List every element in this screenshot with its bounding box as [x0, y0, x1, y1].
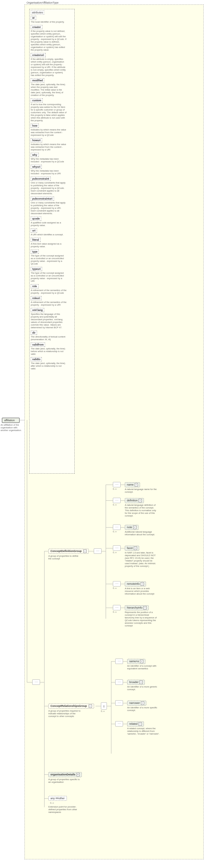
attr-name: typeuri	[31, 267, 42, 271]
attribute-creatoruri: creatoruriIf the attribute is empty, spe…	[31, 53, 73, 76]
attr-desc: The date (and, optionally, the time) aft…	[31, 362, 67, 370]
attr-desc: A refinement of the semantics of the pro…	[31, 301, 67, 306]
attr-desc: Why the metadata has been included - exp…	[31, 169, 67, 175]
cdg-sequence	[94, 548, 102, 554]
expand-icon[interactable]: +	[135, 483, 138, 487]
child-broader: broader+	[127, 680, 145, 685]
attr-name: how	[31, 124, 39, 128]
group-label: ConceptDefinitionGroup	[50, 550, 82, 553]
any-other: any ##other	[48, 796, 67, 801]
attribute-custom: customIf set to true the corresponding p…	[31, 98, 73, 122]
attr-name: pubconstrainturi	[31, 196, 54, 201]
attr-desc: A free-text value assigned as a property…	[31, 243, 67, 248]
attribute-whyuri: whyuriWhy the metadata has been included…	[31, 165, 73, 175]
attr-name: dir	[31, 331, 37, 335]
attr-desc: A qualified code assigned as a property …	[31, 221, 67, 227]
attribute-pubconstrainturi: pubconstrainturiOne or many constraints …	[31, 196, 73, 215]
attr-name: creator	[31, 25, 43, 29]
attribute-qcode: qcodeA qualified code assigned as a prop…	[31, 217, 73, 227]
group-desc: A group of properties to define the conc…	[48, 555, 81, 560]
child-remoteinfo: remoteInfo+	[125, 582, 146, 587]
attribute-typeuri: typeuriThe type of the concept assigned …	[31, 267, 73, 282]
seq-definition	[113, 498, 121, 503]
attribute-roleuri: roleuriA refinement of the semantics of …	[31, 296, 73, 306]
attr-name: why	[31, 153, 39, 157]
attr-name: type	[31, 250, 39, 254]
attr-desc: The type of the concept assigned as a co…	[31, 254, 67, 265]
attribute-creator: creatorIf the property value is not defi…	[31, 25, 73, 51]
seq-name	[113, 482, 121, 487]
attr-desc: If set to true the corresponding propert…	[31, 103, 67, 122]
collapse-icon[interactable]: −	[83, 550, 86, 553]
attribute-modified: modifiedThe date (and, optionally, the t…	[31, 78, 73, 96]
attr-desc: The date (and, optionally, the time) whe…	[31, 83, 67, 96]
attr-name: id	[31, 16, 36, 20]
attr-name: role	[31, 284, 38, 288]
attributes-title: attributes	[31, 10, 44, 14]
attribute-dir: dirThe directionality of textual content…	[31, 331, 73, 341]
attribute-uri: uriA URI which identifies a concept.	[31, 228, 73, 236]
attr-desc: Why the metadata has been included - exp…	[31, 158, 67, 163]
root-element-label: affiliation	[4, 419, 15, 422]
attr-desc: One or many constraints that apply to pu…	[31, 202, 67, 215]
attribute-validto: validtoThe date (and, optionally, the ti…	[31, 357, 73, 370]
attr-name: literal	[31, 238, 41, 242]
main-sequence	[32, 679, 40, 685]
child-facet: facet+	[125, 546, 139, 551]
attribute-why: whyWhy the metadata has been included - …	[31, 153, 73, 163]
attr-desc: Indicates by which means the value was e…	[31, 143, 67, 151]
attr-desc: If the property value is not defined, sp…	[31, 30, 67, 51]
attr-name: xml:lang	[31, 308, 44, 312]
child-related: related+	[127, 721, 144, 726]
child-definition: definition+	[125, 498, 144, 503]
attribute-literal: literalA free-text value assigned as a p…	[31, 238, 73, 248]
attribute-howuri: howuriIndicates by which means the value…	[31, 138, 73, 151]
root-element-desc: An affiliation of the organisation with …	[1, 424, 24, 432]
attr-name: pubconstraint	[31, 177, 51, 181]
attr-desc: One or many constraints that apply to pu…	[31, 181, 67, 195]
attr-name: validto	[31, 357, 42, 361]
attr-name: modified	[31, 78, 44, 83]
attr-desc: A refinement of the semantics of the pro…	[31, 289, 67, 294]
attr-desc: The type of the concept assigned as a co…	[31, 272, 67, 282]
child-name-desc: A natural language name for the concept.	[125, 488, 158, 493]
attribute-type: typeThe type of the concept assigned as …	[31, 250, 73, 265]
type-title: OrganisationAffiliationType	[27, 1, 58, 4]
child-narrower: narrower+	[127, 701, 146, 706]
attribute-validfrom: validfromThe date (and, optionally, the …	[31, 343, 73, 355]
child-organisationdetails: organisationDetails+	[48, 772, 82, 777]
crg-choice	[101, 702, 107, 710]
attribute-how: howIndicates by which means the value wa…	[31, 124, 73, 136]
attr-name: validfrom	[31, 343, 45, 347]
attribute-id: idThe local identifier of the property.	[31, 16, 73, 23]
attr-desc: If the attribute is empty, specifies whi…	[31, 58, 67, 76]
child-note: note+	[125, 525, 138, 530]
attribute-pubconstraint: pubconstraintOne or many constraints tha…	[31, 177, 73, 195]
attr-desc: The local identifier of the property.	[31, 21, 67, 23]
group-concept-definition: ConceptDefinitionGroup −	[48, 549, 89, 554]
attr-name: whyuri	[31, 165, 42, 169]
group-concept-relationships: ConceptRelationshipsGroup −	[48, 704, 94, 709]
child-name: name+	[125, 482, 140, 487]
root-element: affiliation	[2, 417, 20, 423]
attr-desc: The date (and, optionally, the time) bef…	[31, 347, 67, 355]
attr-name: howuri	[31, 138, 42, 143]
attr-desc: Indicates by which means the value was e…	[31, 128, 67, 136]
attr-name: uri	[31, 228, 37, 232]
attributes-container: attributes idThe local identifier of the…	[29, 9, 75, 474]
attribute-xmllang: xml:langSpecifies the language of this p…	[31, 308, 73, 329]
attr-name: custom	[31, 98, 43, 102]
child-hierarchyinfo: hierarchyInfo+	[125, 605, 149, 610]
attribute-role: roleA refinement of the semantics of the…	[31, 284, 73, 294]
attr-name: qcode	[31, 217, 41, 221]
attr-desc: Specifies the language of this property …	[31, 313, 67, 329]
attr-name: roleuri	[31, 296, 42, 300]
child-sameas: sameAs+	[127, 659, 146, 664]
attr-desc: A URI which identifies a concept.	[31, 233, 67, 236]
attr-name: creatoruri	[31, 53, 46, 57]
attr-desc: The directionality of textual content (e…	[31, 335, 67, 341]
